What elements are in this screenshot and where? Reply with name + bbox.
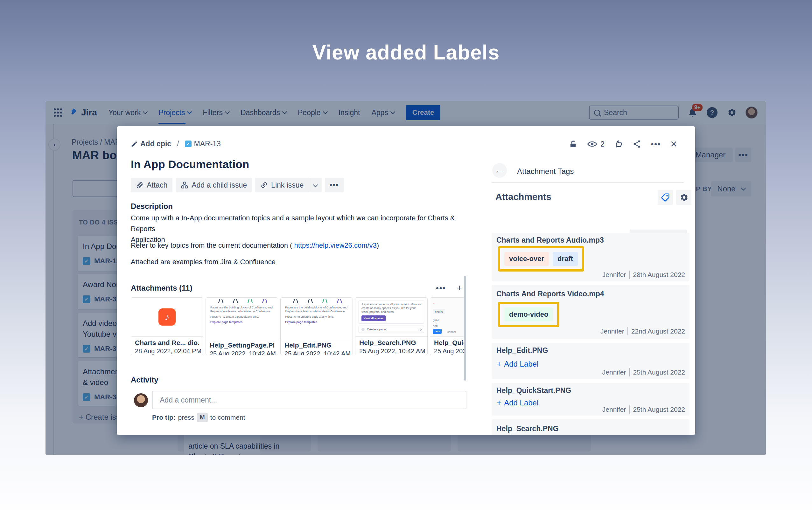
activity-heading: Activity: [131, 376, 158, 384]
attachment-thumbnail-audio[interactable]: ♪ Charts and Re... dio.mp328 Aug 2022, 0…: [131, 297, 203, 355]
thumb-link: Explore page templates: [285, 321, 348, 324]
attachment-file-name: Charts And Reports Video.mp4: [496, 290, 604, 298]
attachment-row: Charts And Reports Video.mp4 demo-video …: [492, 285, 690, 339]
labels-highlight-box: voice-over draft: [498, 246, 584, 272]
thumb-text: Press "c" to create a page at any time.: [285, 315, 348, 319]
attachment-upload-date: 25th August 2022: [633, 406, 685, 413]
issue-toolbar: Attach Add a child issue Link issue: [131, 178, 344, 192]
attach-button[interactable]: Attach: [131, 178, 172, 192]
attachment-row: Charts and Reports Audio.mp3 voice-over …: [492, 233, 690, 281]
description-paragraph: Attached are examples from Jira & Conflu…: [131, 257, 467, 267]
thumb-text: Press "c" to create a page at any time.: [210, 315, 273, 319]
add-label-button[interactable]: +Add Label: [497, 398, 539, 408]
panel-settings-button[interactable]: [676, 190, 691, 205]
attachment-author: Jennifer: [602, 368, 626, 376]
attachment-thumbnail-image[interactable]: Pages are the building blocks of Conflue…: [206, 297, 278, 355]
comment-input[interactable]: [152, 391, 466, 409]
documentation-link[interactable]: https://help.view26.com/v3: [294, 241, 377, 249]
add-epic-button[interactable]: Add epic: [131, 140, 171, 148]
link-issue-button[interactable]: Link issue: [255, 178, 322, 192]
attachment-date: 25 Aug 2022,: [434, 348, 465, 355]
illustration-figures: [211, 299, 272, 304]
attachment-author: Jennifer: [602, 271, 626, 278]
thumb-text: ned: [433, 324, 437, 328]
modal-breadcrumb: Add epic / ✓ MAR-13: [131, 140, 221, 148]
comment-avatar: [134, 393, 148, 407]
thumb-text: Pages are the building blocks of Conflue…: [210, 305, 273, 313]
attachment-row: Help_Edit.PNG +Add Label Jennifer25th Au…: [492, 343, 690, 379]
add-attachment-button[interactable]: +: [457, 283, 462, 294]
thumb-text: A space is a home for all your content. …: [361, 302, 421, 314]
task-type-icon: ✓: [185, 141, 192, 147]
attachments-strip: ♪ Charts and Re... dio.mp328 Aug 2022, 0…: [131, 297, 465, 356]
label-chip-voice-over[interactable]: voice-over: [504, 252, 549, 266]
add-child-issue-button[interactable]: Add a child issue: [176, 178, 252, 192]
attachment-date: 25 Aug 2022, 10:42 AM: [285, 350, 349, 355]
attachment-author: Jennifer: [601, 328, 624, 335]
attachment-upload-date: 28th August 2022: [633, 271, 685, 278]
attachment-date: 25 Aug 2022, 10:42 AM: [359, 348, 424, 355]
attachment-name: Help_QuickS: [434, 339, 465, 347]
attachment-name: Help_Search.PNG: [359, 339, 424, 347]
keyboard-key-m: M: [197, 413, 208, 422]
breadcrumb-separator: /: [176, 140, 180, 148]
label-chip-demo-video[interactable]: demo-video: [504, 307, 553, 322]
chevron-down-icon: [313, 182, 318, 187]
protip-text: Pro tip: press M to comment: [152, 413, 245, 422]
child-issue-icon: [181, 181, 188, 189]
attachment-name: Help_Edit.PNG: [285, 341, 349, 349]
add-label-button[interactable]: +Add Label: [497, 359, 539, 369]
attachment-meta: Jennifer25th August 2022: [602, 406, 685, 414]
thumb-text: morito: [433, 309, 445, 314]
attachment-upload-date: 22nd August 2022: [631, 328, 685, 335]
pencil-icon: [131, 141, 138, 148]
link-icon: [260, 181, 268, 189]
back-button[interactable]: ←: [492, 163, 507, 178]
thumb-text: Pages are the building blocks of Conflue…: [285, 305, 348, 313]
attachment-meta: Jennifer25th August 2022: [602, 368, 685, 377]
attachment-meta: Jennifer28th August 2022: [602, 271, 685, 279]
panel-title: Attachment Tags: [517, 167, 574, 176]
paperclip-icon: [136, 181, 144, 189]
attachment-thumbnail-image[interactable]: A space is a home for all your content. …: [355, 297, 428, 355]
attachment-thumbnail-image[interactable]: * morito gnee ned The defau issues for t…: [430, 297, 465, 355]
tag-icon: [661, 193, 670, 202]
attachment-thumbnail-image[interactable]: Pages are the building blocks of Conflue…: [280, 297, 353, 355]
attachments-more-button[interactable]: •••: [436, 283, 446, 293]
link-issue-dropdown[interactable]: [309, 178, 322, 192]
attachment-row: Help_Search.PNG: [492, 419, 690, 435]
toolbar-more-button[interactable]: •••: [325, 178, 343, 192]
page-title: View added Labels: [0, 41, 812, 64]
issue-key-link[interactable]: ✓ MAR-13: [185, 140, 221, 148]
gear-icon: [679, 193, 689, 202]
scrollbar[interactable]: [464, 276, 466, 381]
thumb-link: Explore page templates: [210, 321, 273, 324]
attachment-file-name: Help_Search.PNG: [496, 424, 559, 433]
attachment-name: Help_SettingPage.PNG: [210, 341, 274, 349]
attachment-row: Help_QuickStart.PNG +Add Label Jennifer2…: [492, 383, 690, 416]
issue-title[interactable]: In App Documentation: [131, 158, 249, 171]
description-heading: Description: [131, 202, 173, 211]
attachment-name: Charts and Re... dio.mp3: [135, 339, 199, 347]
screenshot-stage: View added Labels Jira Your work Project…: [0, 0, 812, 510]
view-all-spaces-button: View all spaces: [361, 316, 386, 321]
create-page-select: Create a page: [358, 326, 424, 333]
attachments-heading: Attachments (11): [131, 283, 192, 293]
attachment-file-name: Charts and Reports Audio.mp3: [496, 236, 604, 244]
thumb-text: gnee: [433, 319, 439, 322]
tag-filter-button[interactable]: [658, 190, 673, 205]
label-chip-draft[interactable]: draft: [553, 252, 578, 266]
illustration-figures: [286, 299, 347, 304]
panel-divider: [492, 182, 684, 183]
attachments-header: Attachments (11) ••• +: [131, 283, 462, 294]
thumb-chip: tails: [433, 329, 442, 334]
thumb-text: Cancel: [447, 330, 456, 333]
attachment-file-name: Help_QuickStart.PNG: [496, 386, 571, 395]
attachment-upload-date: 25th August 2022: [633, 368, 685, 376]
attachment-meta: Jennifer22nd August 2022: [601, 327, 685, 335]
attachment-tags-panel: ← Attachment Tags Attachments Sort: [492, 126, 695, 435]
attachment-author: Jennifer: [602, 406, 626, 413]
audio-file-icon: ♪: [158, 308, 176, 326]
attachment-date: 25 Aug 2022, 10:42 AM: [210, 350, 274, 355]
issue-detail-modal: Add epic / ✓ MAR-13 2: [117, 126, 695, 435]
